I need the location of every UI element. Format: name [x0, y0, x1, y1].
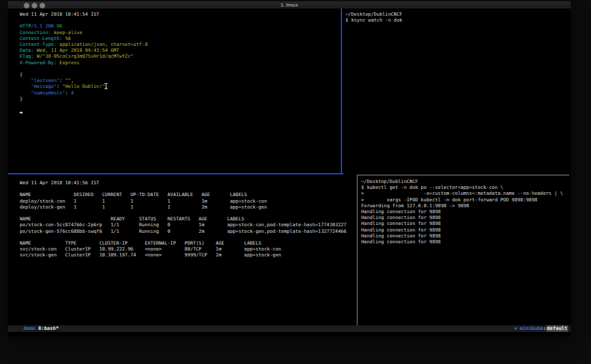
terminal-output: Wed 11 Apr 2018 10:41:54 IST HTTP/1.1 20… — [8, 9, 341, 113]
terminal-text-segment — [20, 77, 31, 83]
terminal-line: X-Powered-By: Express — [20, 60, 341, 66]
terminal-text-segment — [20, 83, 31, 89]
zoom-button[interactable] — [39, 3, 45, 9]
kube-namespace: default — [546, 325, 568, 332]
terminal-text-segment: ~/Desktop/DublinCNCF — [361, 178, 418, 184]
terminal-line: Handling connection for 9898 — [361, 239, 571, 245]
window-tab[interactable]: 0:bash* — [38, 325, 58, 332]
terminal-text-segment: } — [20, 96, 22, 102]
window-title: 1. tmux — [280, 1, 297, 9]
terminal-line: ETag: W/"38-05coCsrg3mQ75sHr1d/qcMTwYZc" — [20, 53, 341, 59]
pane-divider-horizontal-right — [357, 174, 569, 176]
terminal-text-segment: W/"38-05coCsrg3mQ75sHr1d/qcMTwYZc" — [34, 53, 133, 59]
terminal-line: > -o=custom-columns=:metadata.name --no-… — [361, 190, 571, 196]
terminal-line — [20, 210, 357, 216]
session-name: demo — [24, 325, 35, 332]
terminal-text-segment: NAME DESIRED CURRENT UP-TO-DATE AVAILABL… — [20, 192, 247, 197]
terminal-text-segment: "lastseen" — [31, 77, 59, 83]
pane-divider-vertical-bottom — [357, 174, 358, 325]
terminal-text-segment: deploy/stock-con 1 1 1 1 1m app=stock-co… — [20, 198, 267, 204]
terminal-line: "numsymbols": 4 — [20, 90, 341, 96]
pane-divider-vertical-top — [341, 9, 342, 174]
terminal-line: Handling connection for 9898 — [361, 233, 571, 239]
terminal-line: Content-Type: application/json; charset=… — [20, 41, 341, 47]
terminal-text-segment: Content-Type: — [20, 41, 56, 47]
terminal-text-segment: : — [65, 90, 71, 96]
terminal-line: Handling connection for 9898 — [361, 214, 571, 220]
terminal-line: $ ksync watch -n dok — [345, 17, 571, 23]
terminal-line: Wed 11 Apr 2018 10:41:56 IST — [20, 180, 357, 186]
terminal-text-segment: NAME READY STATUS RESTARTS AGE LABELS — [20, 216, 244, 222]
terminal-line: po/stock-con-5cc874766c-2p6rp 1/1 Runnin… — [20, 222, 357, 228]
status-left: demo 0:bash* — [24, 325, 58, 332]
terminal-text-segment: ▂ — [20, 108, 22, 113]
terminal-text-segment: "message" — [31, 83, 56, 89]
terminal-text-segment: 56 — [62, 35, 71, 41]
kube-context: minikube — [517, 325, 543, 332]
terminal-output: ~/Desktop/DublinCNCF$ kubectl get -n dok… — [358, 176, 571, 245]
terminal-text-segment: : — [60, 77, 66, 83]
terminal-text-segment: svc/stock-gen ClusterIP 10.109.197.74 <n… — [20, 252, 281, 258]
terminal-line: ~/Desktop/DublinCNCF — [345, 11, 571, 17]
terminal-text-segment: ETag: — [20, 53, 34, 59]
terminal-text-segment: Handling connection for 9898 — [361, 227, 441, 233]
terminal-text-segment: $ ksync watch -n dok — [345, 17, 403, 23]
terminal-text-segment: Express — [56, 60, 79, 66]
terminal-text-segment: Wed 11 Apr 2018 10:41:54 IST — [20, 11, 99, 17]
terminal-text-segment: Connection: — [20, 30, 51, 35]
terminal-line: } — [20, 96, 341, 102]
terminal-line — [20, 234, 357, 240]
terminal-text-segment: application/json; charset=utf-8 — [56, 41, 147, 47]
terminal-line — [20, 102, 341, 108]
terminal-text-segment: deploy/stock-gen 1 1 1 1 2m app=stock-ge… — [20, 204, 267, 210]
terminal-line: po/stock-gen-576cc688bb-swqf6 1/1 Runnin… — [20, 228, 357, 234]
terminal-line: deploy/stock-con 1 1 1 1 1m app=stock-co… — [20, 198, 357, 204]
terminal-line: NAME DESIRED CURRENT UP-TO-DATE AVAILABL… — [20, 192, 357, 197]
text-cursor-pointer — [104, 83, 108, 90]
terminal-line — [20, 186, 357, 192]
tmux-pane-ksync[interactable]: ~/Desktop/DublinCNCF$ ksync watch -n dok — [342, 9, 571, 174]
terminal-text-segment: > xargs -IPOD kubectl -n dok port-forwar… — [361, 197, 537, 203]
terminal-text-segment: > -o=custom-columns=:metadata.name --no-… — [361, 190, 563, 196]
terminal-line: HTTP/1.1 200 OK — [20, 23, 341, 29]
terminal-text-segment: ~/Desktop/DublinCNCF — [345, 11, 403, 17]
terminal-text-segment: svc/stock-con ClusterIP 10.99.222.96 <no… — [20, 246, 281, 252]
terminal-text-segment: po/stock-con-5cc874766c-2p6rp 1/1 Runnin… — [20, 222, 347, 228]
tmux-pane-port-forward[interactable]: ~/Desktop/DublinCNCF$ kubectl get -n dok… — [358, 176, 571, 325]
terminal-line: Handling connection for 9898 — [361, 227, 571, 233]
terminal-line: deploy/stock-gen 1 1 1 1 2m app=stock-ge… — [20, 204, 357, 210]
terminal-line: NAME READY STATUS RESTARTS AGE LABELS — [20, 216, 357, 222]
terminal-line: Content-Length: 56 — [20, 35, 341, 41]
terminal-text-segment: Handling connection for 9898 — [361, 214, 441, 220]
terminal-text-segment: Wed, 11 Apr 2018 09:41:54 GMT — [34, 47, 120, 53]
terminal-line: { — [20, 71, 341, 77]
terminal-line: Forwarding from 127.0.0.1:9898 -> 9898 — [361, 203, 571, 209]
terminal-text-segment: po/stock-gen-576cc688bb-swqf6 1/1 Runnin… — [20, 228, 347, 234]
terminal-text-segment — [20, 90, 31, 96]
terminal-line: > xargs -IPOD kubectl -n dok port-forwar… — [361, 197, 571, 203]
terminal-text-segment: Wed 11 Apr 2018 10:41:56 IST — [20, 180, 99, 186]
tmux-pane-kubectl-get[interactable]: Wed 11 Apr 2018 10:41:56 IST NAME DESIRE… — [8, 174, 357, 325]
terminal-text-segment: Date: — [20, 47, 34, 53]
close-button[interactable] — [24, 3, 30, 9]
terminal-text-segment: X-Powered-By: — [20, 60, 56, 66]
terminal-line: Handling connection for 9898 — [361, 220, 571, 226]
terminal-line — [20, 17, 341, 23]
terminal-text-segment: "" — [65, 77, 71, 83]
traffic-lights — [24, 3, 45, 9]
terminal-line: "lastseen": "", — [20, 77, 341, 83]
terminal-line: NAME TYPE CLUSTER-IP EXTERNAL-IP PORT(S)… — [20, 240, 357, 246]
terminal-window: 1. tmux Wed 11 Apr 2018 10:41:54 IST HTT… — [8, 1, 571, 336]
terminal-text-segment: OK — [56, 23, 62, 29]
terminal-text-segment: NAME TYPE CLUSTER-IP EXTERNAL-IP PORT(S)… — [20, 240, 261, 246]
tmux-pane-http-response[interactable]: Wed 11 Apr 2018 10:41:54 IST HTTP/1.1 20… — [8, 9, 341, 173]
tmux-status-bar: demo 0:bash* ⎈ minikube : default — [8, 325, 571, 332]
terminal-line: "message": "Hello Dublin!", — [20, 83, 341, 89]
terminal-text-segment: keep-alive — [51, 30, 83, 35]
terminal-text-segment: Handling connection for 9898 — [361, 239, 441, 245]
terminal-text-segment: Forwarding from 127.0.0.1:9898 -> 9898 — [361, 203, 469, 209]
minimize-button[interactable] — [32, 3, 37, 9]
terminal-text-segment: { — [20, 71, 22, 77]
terminal-line: ▂ — [20, 108, 341, 113]
screen-background: 1. tmux Wed 11 Apr 2018 10:41:54 IST HTT… — [0, 0, 591, 364]
